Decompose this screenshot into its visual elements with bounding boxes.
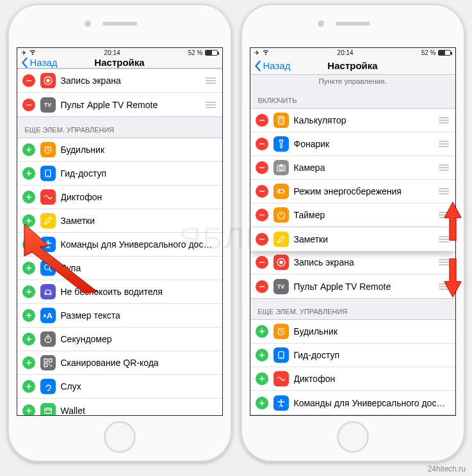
control-row-low_power[interactable]: Режим энергосбережения bbox=[250, 180, 455, 203]
add-button[interactable] bbox=[256, 325, 268, 338]
add-button[interactable] bbox=[22, 238, 35, 251]
control-label: Режим энергосбережения bbox=[294, 186, 431, 196]
control-label: Не беспокоить водителя bbox=[61, 287, 216, 297]
drag-handle[interactable] bbox=[203, 102, 216, 108]
add-button[interactable] bbox=[22, 404, 35, 416]
control-row-apple_tv[interactable]: TVПульт Apple TV Remote bbox=[17, 93, 222, 116]
add-button[interactable] bbox=[22, 285, 35, 298]
control-row-accessibility[interactable]: Команды для Универсального дост… bbox=[250, 391, 455, 415]
svg-rect-13 bbox=[49, 363, 50, 365]
drag-handle[interactable] bbox=[436, 236, 449, 242]
remove-button[interactable] bbox=[256, 185, 268, 198]
back-button[interactable]: Назад bbox=[21, 57, 58, 68]
remove-button[interactable] bbox=[256, 280, 268, 293]
control-label: Диктофон bbox=[61, 192, 216, 202]
screen: ✈ 20:14 52 % Назад Настройка Пункт bbox=[250, 47, 456, 416]
more-list: БудильникГид-доступДиктофонЗаметкиКоманд… bbox=[17, 138, 222, 416]
hearing-icon bbox=[40, 379, 56, 394]
status-time: 20:14 bbox=[338, 49, 354, 56]
control-row-notes[interactable]: Заметки bbox=[17, 209, 222, 233]
drag-handle[interactable] bbox=[436, 283, 449, 290]
control-label: Гид-доступ bbox=[294, 350, 449, 360]
remove-button[interactable] bbox=[256, 138, 268, 150]
home-button[interactable] bbox=[337, 421, 369, 453]
control-row-magnifier[interactable]: Лупа bbox=[17, 257, 222, 280]
control-row-wallet[interactable]: Wallet bbox=[17, 399, 222, 416]
control-row-guided[interactable]: Гид-доступ bbox=[17, 162, 222, 186]
control-row-qr[interactable]: Сканирование QR-кода bbox=[17, 351, 222, 375]
remove-button[interactable] bbox=[256, 114, 268, 127]
flashlight-icon bbox=[273, 136, 289, 152]
voice_memo-icon bbox=[273, 371, 289, 386]
control-label: Гид-доступ bbox=[61, 168, 216, 178]
add-button[interactable] bbox=[256, 372, 268, 385]
svg-point-6 bbox=[44, 265, 49, 270]
control-row-text_size[interactable]: AAРазмер текста bbox=[17, 304, 222, 328]
wifi-icon bbox=[29, 48, 37, 57]
control-row-screen_record[interactable]: Запись экрана bbox=[250, 251, 455, 274]
control-row-hearing[interactable]: Слух bbox=[17, 375, 222, 399]
control-row-guided[interactable]: Гид-доступ bbox=[250, 344, 455, 367]
control-row-voice_memo[interactable]: Диктофон bbox=[17, 186, 222, 209]
remove-button[interactable] bbox=[22, 74, 35, 87]
add-button[interactable] bbox=[256, 397, 268, 409]
control-row-alarm[interactable]: Будильник bbox=[17, 138, 222, 162]
add-button[interactable] bbox=[22, 167, 35, 180]
add-button[interactable] bbox=[22, 309, 35, 322]
screen_record-icon bbox=[273, 255, 289, 270]
control-label: Сканирование QR-кода bbox=[61, 358, 216, 368]
control-label: Лупа bbox=[61, 263, 216, 273]
timer-icon bbox=[273, 207, 289, 223]
control-row-calculator[interactable]: Калькулятор bbox=[250, 109, 455, 132]
phone-left: ✈ 20:14 52 % Назад Настройка Запис bbox=[8, 4, 232, 462]
drag-handle[interactable] bbox=[436, 212, 449, 218]
add-button[interactable] bbox=[22, 333, 35, 345]
back-button[interactable]: Назад bbox=[254, 57, 291, 74]
svg-point-5 bbox=[47, 241, 49, 242]
control-row-alarm[interactable]: Будильник bbox=[250, 320, 455, 344]
accessibility-icon bbox=[40, 237, 56, 252]
drag-handle[interactable] bbox=[203, 77, 216, 84]
dnd_driving-icon bbox=[40, 284, 56, 299]
svg-point-7 bbox=[45, 293, 47, 294]
control-row-stopwatch[interactable]: Секундомер bbox=[17, 328, 222, 351]
control-label: Команды для Универсального дост… bbox=[294, 398, 449, 408]
add-button[interactable] bbox=[256, 349, 268, 361]
add-button[interactable] bbox=[22, 262, 35, 274]
drag-handle[interactable] bbox=[436, 141, 449, 147]
control-label: Заметки bbox=[294, 234, 431, 244]
remove-button[interactable] bbox=[256, 161, 268, 174]
phone-right: ✈ 20:14 52 % Назад Настройка Пункт bbox=[241, 4, 465, 462]
control-row-camera_app[interactable]: Камера bbox=[250, 156, 455, 180]
add-button[interactable] bbox=[22, 380, 35, 393]
control-label: Заметки bbox=[61, 216, 216, 226]
remove-button[interactable] bbox=[256, 256, 268, 269]
add-button[interactable] bbox=[22, 143, 35, 156]
control-row-accessibility[interactable]: Команды для Универсального дост… bbox=[17, 233, 222, 257]
add-button[interactable] bbox=[22, 356, 35, 369]
control-row-dnd_driving[interactable]: Не беспокоить водителя bbox=[17, 280, 222, 304]
source-label: 24hitech.ru bbox=[428, 464, 466, 473]
section-header-more: ЕЩЕ ЭЛЕМ. УПРАВЛЕНИЯ bbox=[17, 117, 222, 138]
drag-handle[interactable] bbox=[436, 117, 449, 123]
control-label: Калькулятор bbox=[294, 115, 431, 125]
add-button[interactable] bbox=[22, 191, 35, 203]
drag-handle[interactable] bbox=[436, 259, 449, 266]
battery-percent: 52 % bbox=[421, 49, 436, 56]
back-label: Назад bbox=[30, 57, 58, 68]
control-row-screen_record[interactable]: Запись экрана bbox=[17, 69, 222, 93]
guided-icon bbox=[40, 166, 56, 181]
add-button[interactable] bbox=[22, 214, 35, 227]
control-row-voice_memo[interactable]: Диктофон bbox=[250, 367, 455, 391]
drag-handle[interactable] bbox=[436, 164, 449, 171]
control-row-flashlight[interactable]: Фонарик bbox=[250, 132, 455, 156]
drag-handle[interactable] bbox=[436, 188, 449, 194]
remove-button[interactable] bbox=[22, 99, 35, 111]
remove-button[interactable] bbox=[256, 209, 268, 221]
control-row-apple_tv[interactable]: TVПульт Apple TV Remote bbox=[250, 274, 455, 298]
control-row-notes[interactable]: Заметки bbox=[250, 228, 455, 251]
home-button[interactable] bbox=[104, 421, 136, 453]
calculator-icon bbox=[273, 113, 289, 128]
remove-button[interactable] bbox=[256, 233, 268, 246]
control-row-timer[interactable]: Таймер bbox=[250, 203, 455, 227]
